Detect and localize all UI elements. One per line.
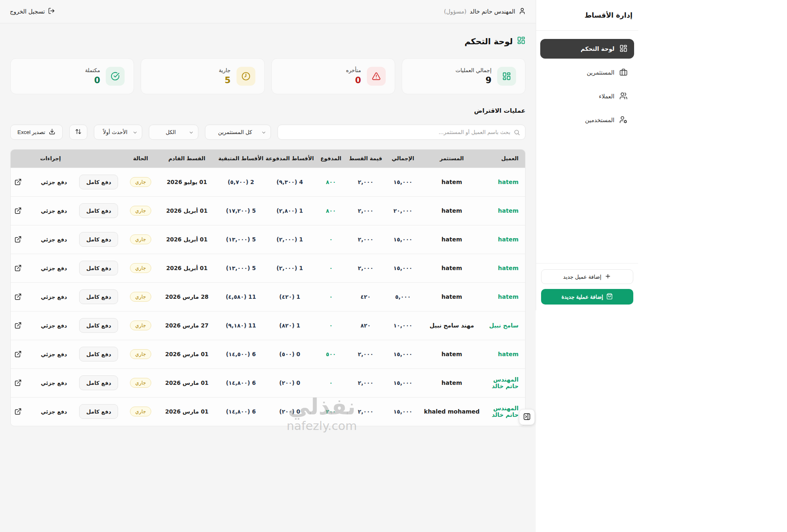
client-name[interactable]: hatem: [481, 196, 525, 225]
panel-toggle-icon: [523, 413, 531, 422]
partial-payment-button[interactable]: دفع جزئي: [41, 380, 67, 386]
filter-row: كل المستثمرين الكل الأحدث أولاً: [10, 125, 525, 140]
stat-value: 0: [346, 75, 361, 85]
next-installment-date: 01 أبريل 2026: [157, 225, 216, 254]
sidebar-footer: إضافة عميل جديد إضافة عملية جديدة: [536, 263, 638, 310]
search-box: [277, 125, 525, 140]
row-actions: دفع كامل دفع جزئي: [11, 347, 124, 361]
remaining-installments: 11 (٤,٥٨٠): [216, 282, 265, 311]
sort-direction-button[interactable]: [69, 125, 87, 140]
partial-payment-button[interactable]: دفع جزئي: [41, 208, 67, 214]
col-header-client: العميل: [481, 150, 525, 168]
external-link-icon[interactable]: [14, 379, 22, 386]
full-payment-button[interactable]: دفع كامل: [79, 404, 118, 419]
sidebar-item-users[interactable]: المستخدمين: [540, 110, 634, 130]
col-header-investor: المستثمر: [422, 150, 481, 168]
total-amount: ١٥,٠٠٠: [384, 340, 422, 368]
partial-payment-button[interactable]: دفع جزئي: [41, 265, 67, 271]
sidebar-item-dashboard[interactable]: لوحة التحكم: [540, 39, 634, 59]
user-name: المهندس حاتم خالد: [470, 8, 515, 15]
sidebar-item-investors[interactable]: المستثمرين: [540, 63, 634, 82]
col-header-installment-value: قيمة القسط: [348, 150, 384, 168]
partial-payment-button[interactable]: دفع جزئي: [41, 294, 67, 300]
collapse-panel-button[interactable]: [519, 409, 535, 425]
investor-name: hatem: [422, 225, 481, 254]
add-client-button[interactable]: إضافة عميل جديد: [541, 269, 633, 284]
remaining-installments: 2 (٥,٧٠٠): [216, 168, 265, 196]
full-payment-button[interactable]: دفع كامل: [79, 375, 118, 390]
status-badge: جاري: [130, 234, 151, 244]
client-name[interactable]: سامح نبيل: [481, 311, 525, 340]
status-badge: جاري: [130, 378, 151, 388]
full-payment-button[interactable]: دفع كامل: [79, 261, 118, 275]
clock-icon: [237, 67, 255, 86]
client-name[interactable]: hatem: [481, 282, 525, 311]
external-link-icon[interactable]: [14, 322, 22, 329]
investors-filter-dropdown[interactable]: كل المستثمرين: [205, 125, 271, 140]
partial-payment-button[interactable]: دفع جزئي: [41, 323, 67, 329]
investor-name: hatem: [422, 340, 481, 368]
partial-payment-button[interactable]: دفع جزئي: [41, 351, 67, 357]
shopping-bag-icon: [606, 293, 613, 301]
client-name[interactable]: المهندس حاتم خالد: [481, 368, 525, 397]
full-payment-button[interactable]: دفع كامل: [79, 232, 118, 247]
client-name[interactable]: hatem: [481, 225, 525, 254]
sort-filter-value: الأحدث أولاً: [103, 129, 127, 135]
dashboard-grid-icon: [619, 44, 628, 54]
partial-payment-button[interactable]: دفع جزئي: [41, 236, 67, 243]
page-title-row: لوحة التحكم: [10, 36, 525, 46]
paid-installments: 1 (٢,٠٠٠): [265, 225, 314, 254]
investor-name: hatem: [422, 168, 481, 196]
row-actions: دفع كامل دفع جزئي: [11, 318, 124, 333]
external-link-icon[interactable]: [14, 264, 22, 272]
status-badge: جاري: [130, 349, 151, 359]
partial-payment-button[interactable]: دفع جزئي: [41, 179, 67, 185]
partial-payment-button[interactable]: دفع جزئي: [41, 409, 67, 415]
search-input[interactable]: [278, 125, 525, 139]
external-link-icon[interactable]: [14, 178, 22, 186]
full-payment-button[interactable]: دفع كامل: [79, 175, 118, 189]
external-link-icon[interactable]: [14, 207, 22, 214]
next-installment-date: 01 مارس 2026: [157, 397, 216, 426]
add-operation-button[interactable]: إضافة عملية جديدة: [541, 289, 633, 305]
client-name[interactable]: hatem: [481, 254, 525, 282]
external-link-icon[interactable]: [14, 236, 22, 243]
next-installment-date: 01 مارس 2026: [157, 340, 216, 368]
investor-name: hatem: [422, 282, 481, 311]
table-row: المهندس حاتم خالد hatem ١٥,٠٠٠ ٢,٠٠٠ ٠ 0…: [11, 368, 525, 397]
external-link-icon[interactable]: [14, 350, 22, 358]
client-name[interactable]: hatem: [481, 168, 525, 196]
top-header: المهندس حاتم خالد (مسؤول) تسجيل الخروج: [0, 0, 536, 23]
paid-amount: ٢٠٠: [314, 397, 348, 426]
paid-installments: 1 (٢,٠٠٠): [265, 254, 314, 282]
section-title: عمليات الاقتراض: [10, 107, 525, 114]
sidebar-item-clients[interactable]: العملاء: [540, 86, 634, 106]
stat-label: متأخره: [346, 67, 361, 73]
row-actions: دفع كامل دفع جزئي: [11, 232, 124, 247]
status-filter-dropdown[interactable]: الكل: [149, 125, 198, 140]
installment-value: ٨٢٠: [348, 311, 384, 340]
full-payment-button[interactable]: دفع كامل: [79, 347, 118, 361]
paid-amount: ٠: [314, 254, 348, 282]
next-installment-date: 01 أبريل 2026: [157, 196, 216, 225]
dashboard-grid-icon: [517, 36, 525, 46]
external-link-icon[interactable]: [14, 408, 22, 415]
row-actions: دفع كامل دفع جزئي: [11, 404, 124, 419]
sidebar-item-label: المستخدمين: [585, 117, 614, 123]
briefcase-icon: [619, 68, 628, 77]
content: لوحة التحكم إجمالي العمليات 9: [0, 36, 536, 426]
full-payment-button[interactable]: دفع كامل: [79, 318, 118, 333]
logout-button[interactable]: تسجيل الخروج: [10, 7, 55, 16]
client-name[interactable]: المهندس حاتم خالد: [481, 397, 525, 426]
stat-card-overdue: متأخره 0: [271, 58, 395, 94]
download-icon: [49, 128, 55, 136]
full-payment-button[interactable]: دفع كامل: [79, 289, 118, 304]
client-name[interactable]: hatem: [481, 340, 525, 368]
user-icon: [519, 7, 526, 16]
full-payment-button[interactable]: دفع كامل: [79, 203, 118, 218]
stat-card-ongoing: جارية 5: [141, 58, 264, 94]
export-excel-button[interactable]: تصدير Excel: [10, 125, 63, 140]
sort-filter-dropdown[interactable]: الأحدث أولاً: [94, 125, 142, 140]
external-link-icon[interactable]: [14, 293, 22, 300]
col-header-actions: إجراءات: [11, 150, 124, 168]
